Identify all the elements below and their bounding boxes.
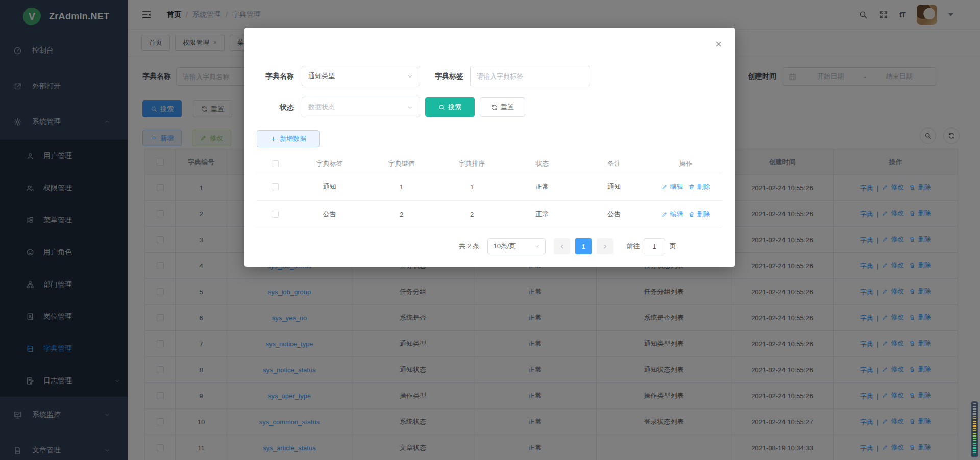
row-delete-label: 删除 [697,182,710,191]
modal-dict-name-select[interactable]: 通知类型 [302,66,420,86]
select-value: 通知类型 [308,71,335,81]
col-header-status: 状态 [506,155,578,173]
cell-remark: 公告 [578,200,650,228]
plus-icon [270,136,277,142]
cell-status: 正常 [506,200,578,228]
scrollbar-stripes [973,403,976,455]
cell-label: 通知 [293,173,365,200]
modal-search-button[interactable]: 搜索 [425,97,475,117]
row-edit-link[interactable]: 编辑 [662,210,683,219]
pagination: 共 2 条 10条/页 1 前往 页 [459,238,676,254]
modal-add-data-button[interactable]: 新增数据 [257,130,320,147]
page-size-select[interactable]: 10条/页 [487,238,546,254]
row-delete-link[interactable]: 删除 [689,182,710,191]
modal-status-label: 状态 [258,97,294,117]
cell-value: 1 [365,173,437,200]
modal-dict-name-label: 字典名称 [258,66,294,86]
cell-sort: 2 [437,200,506,228]
trash-icon [689,184,695,190]
cell-label: 公告 [293,200,365,228]
dict-data-modal: × 字典名称 通知类型 字典标签 状态 数据状态 搜索 重置 新增数据 [244,28,735,267]
app-root: V ZrAdmin.NET 控制台 外部打开 系统管理 用户管理 权限管理 [0,0,980,460]
col-header-remark: 备注 [578,155,650,173]
modal-table-header-row: 字典标签 字典键值 字典排序 状态 备注 操作 [257,155,722,173]
col-header-value: 字典键值 [365,155,437,173]
close-icon[interactable]: × [715,39,722,50]
modal-table-row: 公告 2 2 正常 公告 编辑删除 [257,200,722,228]
trash-icon [689,211,695,217]
modal-search-label: 搜索 [448,103,461,112]
row-checkbox[interactable] [272,211,279,218]
row-delete-link[interactable]: 删除 [689,210,710,219]
pagination-total: 共 2 条 [459,242,479,251]
select-all-checkbox[interactable] [272,160,279,167]
chevron-left-icon [559,243,566,250]
row-edit-link[interactable]: 编辑 [662,182,683,191]
next-page-button[interactable] [597,238,613,254]
col-header-sort: 字典排序 [437,155,506,173]
row-edit-label: 编辑 [670,210,683,219]
col-header-label: 字典标签 [293,155,365,173]
chevron-down-icon [407,73,413,80]
row-checkbox[interactable] [272,183,279,190]
col-header-actions: 操作 [650,155,722,173]
modal-add-data-label: 新增数据 [280,134,306,143]
cell-sort: 1 [437,173,506,200]
row-edit-label: 编辑 [670,182,683,191]
search-icon [438,104,445,111]
modal-reset-button[interactable]: 重置 [480,97,525,117]
prev-page-button[interactable] [554,238,570,254]
pagination-goto-label: 前往 [626,242,640,251]
page-number-current[interactable]: 1 [575,238,592,254]
cell-value: 2 [365,200,437,228]
pencil-icon [662,184,668,190]
row-delete-label: 删除 [697,210,710,219]
modal-table-row: 通知 1 1 正常 通知 编辑删除 [257,173,722,200]
goto-page-input[interactable] [644,238,665,254]
chevron-right-icon [602,243,608,250]
modal-dict-label-label: 字典标签 [427,66,463,86]
modal-reset-label: 重置 [501,103,514,112]
chevron-down-icon [407,104,413,111]
cell-status: 正常 [506,173,578,200]
modal-dict-data-table: 字典标签 字典键值 字典排序 状态 备注 操作 通知 1 1 正常 通知 [257,155,722,228]
refresh-icon [491,104,498,111]
modal-status-select[interactable]: 数据状态 [302,97,420,117]
modal-dict-label-input[interactable] [470,66,590,86]
pencil-icon [662,211,668,217]
cell-remark: 通知 [578,173,650,200]
chevron-down-icon [534,243,540,249]
page-size-value: 10条/页 [493,242,516,251]
select-placeholder: 数据状态 [308,103,335,112]
pagination-unit-label: 页 [669,242,676,251]
scrollbar-indicator[interactable] [971,401,978,457]
